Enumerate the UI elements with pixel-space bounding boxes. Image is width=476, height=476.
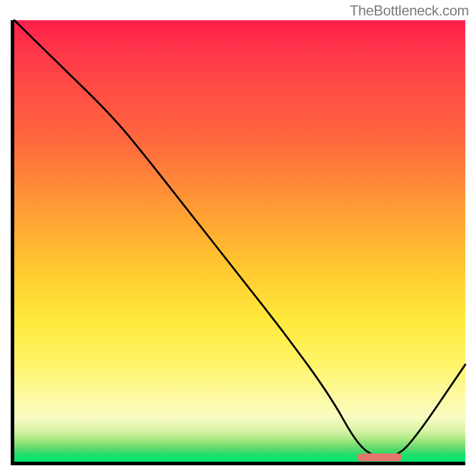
optimal-range-marker: [357, 453, 402, 461]
chart-container: TheBottleneck.com: [0, 0, 476, 476]
attribution-text: TheBottleneck.com: [350, 2, 469, 19]
overlay-svg: [14, 20, 465, 462]
plot-area: [11, 20, 465, 465]
curve-line: [14, 20, 465, 458]
